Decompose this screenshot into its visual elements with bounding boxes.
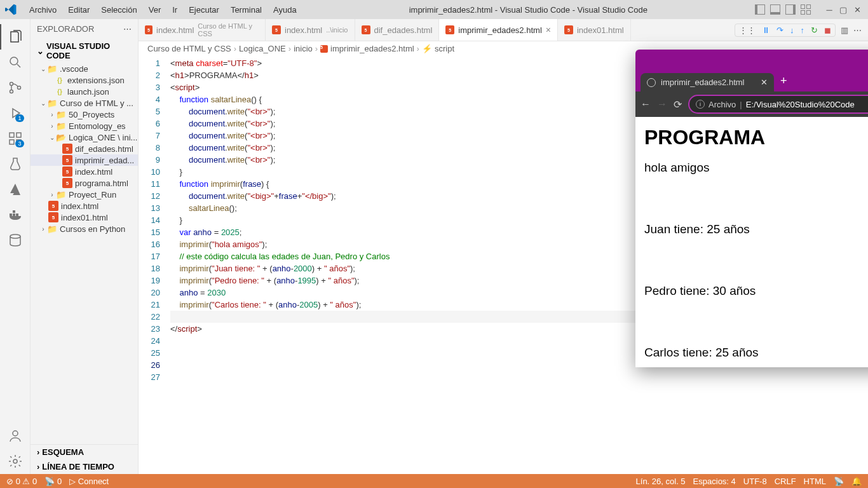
tab-index01[interactable]: 5index01.html — [558, 19, 631, 41]
tab-dif-edades[interactable]: 5dif_edades.html — [355, 19, 440, 41]
tab-index-inicio[interactable]: 5index.html..\inicio — [266, 19, 355, 41]
status-errors[interactable]: ⊘ 0 ⚠ 0 — [6, 477, 37, 486]
status-bar: ⊘ 0 ⚠ 0 📡 0 ▷ Connect Lín. 26, col. 5 Es… — [0, 474, 868, 488]
folder-cursospy[interactable]: ›📁Cursos en Python — [31, 223, 138, 234]
file-extensions-json[interactable]: {}extensions.json — [31, 74, 138, 86]
browser-reload-button[interactable]: ⟳ — [674, 98, 682, 111]
line-gutter: 1234567891011121314151617181920212223242… — [139, 57, 170, 474]
svg-rect-9 — [13, 214, 15, 216]
editor-more-icon[interactable]: ⋯ — [853, 25, 862, 35]
activity-extensions[interactable]: 3 — [0, 126, 31, 151]
file-index01[interactable]: 5index01.html — [31, 212, 138, 223]
debug-drag-icon[interactable]: ⋮⋮ — [739, 25, 756, 35]
activity-debug[interactable]: 1 — [0, 100, 31, 126]
svg-point-13 — [13, 431, 18, 436]
activity-scm[interactable] — [0, 75, 31, 100]
folder-50proyects[interactable]: ›📁50_Proyects — [31, 109, 138, 120]
status-spaces[interactable]: Espacios: 4 — [693, 477, 736, 486]
timeline-section[interactable]: ›LÍNEA DE TIEMPO — [31, 459, 138, 474]
folder-logica[interactable]: ⌄📂Logica_ONE \ ini... — [31, 132, 138, 143]
status-lang[interactable]: HTML — [804, 477, 826, 486]
svg-point-0 — [10, 57, 18, 65]
tab-index-curso[interactable]: 5index.htmlCurso de HTML y CSS — [139, 19, 266, 41]
debug-stepover-icon[interactable]: ↷ — [776, 25, 783, 35]
activity-database[interactable] — [0, 227, 31, 253]
status-connect[interactable]: ▷ Connect — [69, 477, 109, 486]
sidebar-more-icon[interactable]: ⋯ — [123, 24, 132, 34]
svg-point-1 — [10, 83, 13, 86]
debug-stepin-icon[interactable]: ↓ — [790, 25, 794, 35]
menu-selection[interactable]: Selección — [96, 3, 142, 17]
status-encoding[interactable]: UTF-8 — [743, 477, 767, 486]
menu-run[interactable]: Ejecutar — [184, 3, 224, 17]
maximize-button[interactable]: ▢ — [837, 4, 849, 15]
menu-terminal[interactable]: Terminal — [226, 3, 267, 17]
layout-sidebar-right-icon[interactable] — [785, 4, 796, 15]
file-launch-json[interactable]: {}launch.json — [31, 86, 138, 97]
status-golive-icon[interactable]: 📡 — [834, 477, 844, 486]
status-position[interactable]: Lín. 26, col. 5 — [636, 477, 686, 486]
output-line: Pedro tiene: 30 años — [644, 284, 868, 298]
svg-rect-11 — [13, 210, 15, 213]
menu-view[interactable]: Ver — [144, 3, 166, 17]
activity-account[interactable] — [0, 423, 31, 449]
tab-imprimir-edades[interactable]: 5imprimir_edades2.html× — [439, 19, 558, 41]
vscode-logo-icon — [5, 4, 17, 15]
menu-help[interactable]: Ayuda — [268, 3, 302, 17]
layout-sidebar-icon[interactable] — [755, 4, 765, 15]
file-index2[interactable]: 5index.html — [31, 200, 138, 212]
file-programa[interactable]: 5programa.html — [31, 177, 138, 189]
browser-new-tab-button[interactable]: + — [774, 71, 794, 92]
debug-pause-icon[interactable]: ⏸ — [762, 25, 770, 35]
output-line: hola amigos — [644, 161, 868, 175]
debug-restart-icon[interactable]: ↻ — [811, 25, 818, 35]
menu-go[interactable]: Ir — [167, 3, 182, 17]
output-line: Carlos tiene: 25 años — [644, 346, 868, 360]
editor-area: 5index.htmlCurso de HTML y CSS 5index.ht… — [139, 19, 868, 474]
browser-tab[interactable]: imprimir_edades2.html ✕ — [641, 73, 774, 92]
debug-toolbar: ⋮⋮ ⏸ ↷ ↓ ↑ ↻ ◼ — [735, 24, 836, 37]
menu-file[interactable]: Archivo — [24, 3, 62, 17]
folder-entomology[interactable]: ›📁Entomology_es — [31, 120, 138, 132]
workspace-header[interactable]: ⌄ VISUAL STUDIO CODE — [31, 39, 138, 63]
status-bell-icon[interactable]: 🔔 — [851, 477, 862, 486]
close-button[interactable]: ✕ — [851, 4, 863, 15]
browser-toolbar: ← → ⟳ i Archivo | E:/Visual%20Studio%20C… — [635, 92, 868, 117]
file-imprimir-edades[interactable]: 5imprimir_edad... — [31, 154, 138, 166]
folder-proyectrun[interactable]: ›📁Proyect_Run — [31, 189, 138, 200]
editor-tabs: 5index.htmlCurso de HTML y CSS 5index.ht… — [139, 19, 868, 41]
status-eol[interactable]: CRLF — [775, 477, 796, 486]
activity-azure[interactable] — [0, 177, 31, 202]
outline-section[interactable]: ›ESQUEMA — [31, 445, 138, 459]
file-dif-edades[interactable]: 5dif_edades.html — [31, 143, 138, 154]
activity-bar: 1 3 — [0, 19, 31, 474]
browser-address-bar[interactable]: i Archivo | E:/Visual%20Studio%20Code ⇧ … — [688, 95, 868, 114]
menu-edit[interactable]: Editar — [63, 3, 95, 17]
address-path: E:/Visual%20Studio%20Code — [746, 100, 855, 109]
browser-forward-button[interactable]: → — [657, 98, 667, 110]
folder-vscode[interactable]: ⌄📁.vscode — [31, 63, 138, 74]
activity-docker[interactable] — [0, 202, 31, 227]
activity-search[interactable] — [0, 50, 31, 75]
close-tab-icon[interactable]: × — [546, 25, 551, 35]
layout-panel-icon[interactable] — [770, 4, 780, 15]
folder-curso[interactable]: ⌄📁Curso de HTML y ... — [31, 97, 138, 109]
debug-stop-icon[interactable]: ◼ — [824, 25, 831, 35]
minimize-button[interactable]: ─ — [824, 4, 835, 15]
window-title: imprimir_edades2.html - Visual Studio Co… — [302, 5, 755, 15]
browser-titlebar: ⌄ ─ ▢ ✕ — [635, 50, 868, 69]
activity-testing[interactable] — [0, 151, 31, 177]
activity-explorer[interactable] — [0, 24, 31, 50]
file-index[interactable]: 5index.html — [31, 166, 138, 177]
browser-tab-close-icon[interactable]: ✕ — [761, 78, 768, 87]
editor-split-icon[interactable]: ▥ — [841, 25, 848, 35]
status-ports[interactable]: 📡 0 — [44, 477, 62, 486]
layout-customize-icon[interactable] — [801, 4, 811, 15]
browser-back-button[interactable]: ← — [641, 98, 651, 110]
debug-stepout-icon[interactable]: ↑ — [801, 25, 805, 35]
activity-settings[interactable] — [0, 449, 31, 474]
info-icon[interactable]: i — [696, 100, 705, 109]
debug-badge: 1 — [15, 114, 24, 122]
svg-rect-4 — [10, 133, 14, 137]
browser-viewport[interactable]: PROGRAMA hola amigos Juan tiene: 25 años… — [635, 117, 868, 367]
